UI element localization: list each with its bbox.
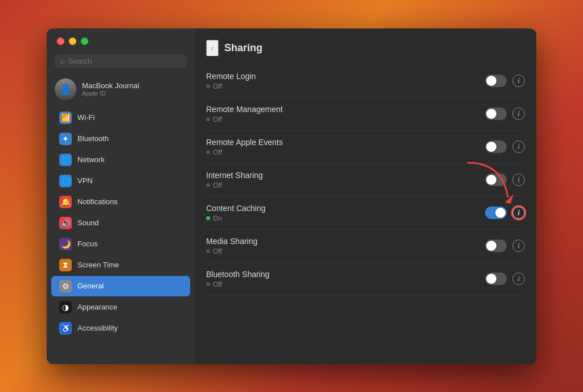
- sidebar-item-focus[interactable]: 🌙 Focus: [51, 234, 190, 254]
- page-title: Sharing: [224, 42, 262, 54]
- setting-name-remote-management: Remote Management: [206, 105, 283, 114]
- search-input[interactable]: [68, 57, 181, 65]
- toggle-remote-apple-events[interactable]: [485, 141, 507, 153]
- sidebar: ⌕ 👤 MacBook Journal Apple ID 📶 Wi-Fi ✦ B…: [47, 28, 195, 364]
- info-button-remote-login[interactable]: i: [512, 75, 525, 87]
- vpn-icon: 🌐: [59, 175, 72, 187]
- toggle-bluetooth-sharing[interactable]: [485, 273, 507, 285]
- sidebar-item-accessibility[interactable]: ♿ Accessibility: [51, 318, 190, 339]
- setting-controls-remote-management: i: [485, 108, 525, 120]
- toggle-remote-management[interactable]: [485, 108, 507, 120]
- user-subtitle: Apple ID: [82, 90, 139, 97]
- setting-info-media-sharing: Media Sharing Off: [206, 237, 257, 255]
- settings-list: Remote Login Off i Remote Management Off…: [195, 65, 536, 364]
- sidebar-item-bluetooth[interactable]: ✦ Bluetooth: [51, 129, 190, 149]
- wifi-icon: 📶: [59, 112, 72, 124]
- sidebar-label-vpn: VPN: [77, 176, 93, 185]
- setting-status-bluetooth-sharing: Off: [206, 280, 269, 288]
- traffic-lights: [47, 28, 195, 52]
- setting-controls-media-sharing: i: [485, 240, 525, 252]
- sidebar-label-appearance: Appearance: [77, 303, 117, 311]
- setting-info-remote-login: Remote Login Off: [206, 72, 256, 90]
- info-button-bluetooth-sharing[interactable]: i: [512, 273, 525, 285]
- setting-name-internet-sharing: Internet Sharing: [206, 171, 263, 180]
- back-button[interactable]: ‹: [206, 40, 219, 56]
- setting-name-content-caching: Content Caching: [206, 204, 265, 213]
- toggle-content-caching[interactable]: [485, 207, 507, 219]
- setting-row-remote-apple-events: Remote Apple Events Off i: [206, 131, 525, 164]
- close-button[interactable]: [57, 38, 64, 45]
- sidebar-item-sound[interactable]: 🔊 Sound: [51, 213, 190, 233]
- status-dot-remote-apple-events: [206, 150, 210, 154]
- setting-row-content-caching: Content Caching On i: [206, 197, 525, 230]
- setting-status-remote-apple-events: Off: [206, 148, 283, 156]
- info-button-internet-sharing[interactable]: i: [512, 174, 525, 186]
- setting-row-media-sharing: Media Sharing Off i: [206, 230, 525, 263]
- notifications-icon: 🔔: [59, 196, 72, 208]
- setting-controls-remote-login: i: [485, 75, 525, 87]
- setting-info-internet-sharing: Internet Sharing Off: [206, 171, 263, 189]
- sidebar-label-sound: Sound: [77, 218, 99, 227]
- info-button-remote-management[interactable]: i: [512, 108, 525, 120]
- main-header: ‹ Sharing: [195, 28, 536, 65]
- minimize-button[interactable]: [69, 38, 76, 45]
- status-text-remote-apple-events: Off: [213, 148, 222, 156]
- user-profile[interactable]: 👤 MacBook Journal Apple ID: [47, 74, 195, 107]
- setting-row-remote-login: Remote Login Off i: [206, 65, 525, 98]
- info-button-content-caching[interactable]: i: [512, 207, 525, 219]
- sidebar-label-notifications: Notifications: [77, 197, 118, 206]
- status-text-internet-sharing: Off: [213, 181, 222, 189]
- general-icon: ⚙: [59, 280, 72, 292]
- toggle-media-sharing[interactable]: [485, 240, 507, 252]
- setting-info-remote-apple-events: Remote Apple Events Off: [206, 138, 283, 156]
- setting-info-remote-management: Remote Management Off: [206, 105, 283, 123]
- status-text-content-caching: On: [213, 214, 222, 222]
- setting-controls-content-caching: i: [485, 207, 525, 219]
- network-icon: 🌐: [59, 154, 72, 166]
- sidebar-label-network: Network: [77, 155, 105, 164]
- sidebar-item-vpn[interactable]: 🌐 VPN: [51, 171, 190, 191]
- status-text-media-sharing: Off: [213, 247, 222, 255]
- focus-icon: 🌙: [59, 238, 72, 250]
- setting-status-internet-sharing: Off: [206, 181, 263, 189]
- setting-status-content-caching: On: [206, 214, 265, 222]
- sidebar-item-notifications[interactable]: 🔔 Notifications: [51, 192, 190, 212]
- status-dot-remote-management: [206, 117, 210, 121]
- setting-name-remote-login: Remote Login: [206, 72, 256, 81]
- status-dot-bluetooth-sharing: [206, 282, 210, 286]
- sidebar-item-network[interactable]: 🌐 Network: [51, 150, 190, 170]
- main-content: ‹ Sharing Remote Login Off i Remote Mana…: [195, 28, 536, 364]
- setting-name-remote-apple-events: Remote Apple Events: [206, 138, 283, 147]
- bluetooth-icon: ✦: [59, 133, 72, 145]
- setting-name-bluetooth-sharing: Bluetooth Sharing: [206, 270, 269, 279]
- sidebar-label-screentime: Screen Time: [77, 261, 119, 269]
- sound-icon: 🔊: [59, 217, 72, 229]
- sidebar-label-general: General: [77, 282, 104, 290]
- setting-status-media-sharing: Off: [206, 247, 257, 255]
- status-text-bluetooth-sharing: Off: [213, 280, 222, 288]
- user-info: MacBook Journal Apple ID: [82, 81, 139, 97]
- setting-info-bluetooth-sharing: Bluetooth Sharing Off: [206, 270, 269, 288]
- info-button-media-sharing[interactable]: i: [512, 240, 525, 252]
- setting-row-internet-sharing: Internet Sharing Off i: [206, 164, 525, 197]
- maximize-button[interactable]: [81, 38, 88, 45]
- setting-row-remote-management: Remote Management Off i: [206, 98, 525, 131]
- status-dot-internet-sharing: [206, 183, 210, 187]
- search-box[interactable]: ⌕: [55, 54, 187, 68]
- setting-status-remote-login: Off: [206, 82, 256, 90]
- setting-name-media-sharing: Media Sharing: [206, 237, 257, 246]
- sidebar-item-general[interactable]: ⚙ General: [51, 276, 190, 296]
- sidebar-label-wifi: Wi-Fi: [77, 113, 95, 122]
- toggle-internet-sharing[interactable]: [485, 174, 507, 186]
- status-dot-remote-login: [206, 84, 210, 88]
- toggle-remote-login[interactable]: [485, 75, 507, 87]
- sidebar-item-screentime[interactable]: ⧗ Screen Time: [51, 255, 190, 275]
- status-text-remote-management: Off: [213, 115, 222, 123]
- sidebar-item-wifi[interactable]: 📶 Wi-Fi: [51, 108, 190, 128]
- sidebar-items: 📶 Wi-Fi ✦ Bluetooth 🌐 Network 🌐 VPN 🔔 No…: [47, 107, 195, 364]
- status-dot-content-caching: [206, 216, 210, 220]
- setting-row-bluetooth-sharing: Bluetooth Sharing Off i: [206, 263, 525, 296]
- sidebar-item-appearance[interactable]: ◑ Appearance: [51, 297, 190, 317]
- info-button-remote-apple-events[interactable]: i: [512, 141, 525, 153]
- screentime-icon: ⧗: [59, 259, 72, 271]
